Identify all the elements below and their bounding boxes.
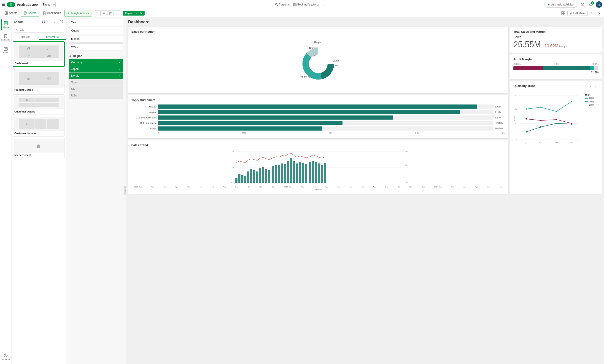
user-avatar[interactable]: TL bbox=[596, 1, 602, 8]
sheet-card-location[interactable]: Customer Location ⋯ bbox=[13, 116, 65, 136]
top-bar: ☰ Q Analytics app Sheet Personal Beginne… bbox=[0, 0, 604, 9]
help-button[interactable]: ? bbox=[579, 1, 586, 8]
svg-point-67 bbox=[69, 55, 71, 57]
axis-500k: 500k bbox=[242, 132, 246, 134]
region-item-germany[interactable]: Germany ✓ bbox=[69, 59, 123, 66]
dashboard-title: Dashboard bbox=[128, 20, 602, 24]
sheet-card-new[interactable]: My new sheet ⋯ bbox=[13, 138, 65, 158]
sheets-search-input[interactable] bbox=[14, 28, 64, 33]
bar-value-matradi: 1.73M bbox=[495, 105, 505, 108]
bar-label-matradi: Matradi bbox=[131, 105, 156, 108]
sheet-thumb-dashboard: #1 bbox=[14, 43, 63, 61]
sheet-menu-location[interactable]: ⋯ bbox=[60, 131, 63, 135]
profit-pos-label: 50.0% bbox=[592, 63, 599, 65]
hamburger-menu[interactable]: ☰ bbox=[2, 2, 5, 7]
sidebar-item-notes[interactable]: Notes bbox=[1, 45, 10, 56]
region-close-button[interactable]: ✕ bbox=[140, 12, 142, 15]
svg-point-142 bbox=[556, 119, 557, 120]
sheets-tab-my-own[interactable]: My own (5) bbox=[39, 34, 66, 40]
region-item-japan[interactable]: Japan ✓ bbox=[69, 66, 123, 73]
sidebar-item-key-drivers[interactable]: Key drivers bbox=[1, 351, 10, 362]
grid-view-icon[interactable] bbox=[41, 19, 46, 24]
bar-label-rfi: RFI Corporation bbox=[131, 122, 156, 124]
svg-rect-104 bbox=[281, 163, 283, 183]
filter-panel-collapse[interactable] bbox=[124, 186, 126, 195]
expand-svg bbox=[60, 20, 63, 23]
ask-insight-button[interactable]: ✦ Ask Insight Advisor bbox=[544, 2, 578, 8]
more-link[interactable]: ... bbox=[323, 3, 325, 6]
notifications-button[interactable]: 3 bbox=[588, 1, 594, 8]
svg-text:?: ? bbox=[582, 3, 583, 6]
sheet-name-customer: Customer Details bbox=[14, 109, 36, 113]
personal-link[interactable]: Personal bbox=[275, 3, 289, 6]
help-icon: ? bbox=[581, 3, 584, 6]
svg-text:Q4: Q4 bbox=[570, 142, 573, 144]
sheet-card-product[interactable]: Product Details ⋯ bbox=[13, 68, 65, 93]
expand-icon[interactable] bbox=[59, 19, 64, 24]
sidebar-item-bookmarks[interactable]: Bookmarks bbox=[1, 32, 10, 43]
filter-year[interactable]: Year bbox=[69, 19, 123, 26]
sort-icon[interactable] bbox=[53, 19, 58, 24]
svg-text:Q3: Q3 bbox=[555, 142, 558, 144]
svg-point-34 bbox=[5, 356, 6, 356]
svg-rect-10 bbox=[5, 13, 6, 14]
sidebar-item-sheets[interactable]: Sheets bbox=[1, 19, 10, 30]
tutorial-link[interactable]: Beginner's tutorial bbox=[293, 3, 319, 6]
sales-trend-x-title: YearMonth bbox=[134, 188, 503, 191]
sheet-card-customer[interactable]: Customer Details ⋯ bbox=[13, 95, 65, 115]
svg-rect-111 bbox=[302, 163, 304, 183]
sheet-card-header-customer: Customer Details ⋯ bbox=[14, 109, 63, 113]
sheet-card-header-new: My new sheet ⋯ bbox=[14, 153, 63, 156]
chevron-left-button[interactable] bbox=[589, 10, 595, 16]
assets-tab[interactable]: Assets bbox=[2, 10, 20, 16]
bookmarks-tab[interactable]: Bookmarks bbox=[40, 10, 63, 16]
dashboard-grid: Sales per Region Region Japan Nordic Ger… bbox=[128, 27, 602, 194]
region-item-uk[interactable]: UK bbox=[69, 86, 123, 92]
sidebar-key-drivers-icon bbox=[4, 353, 8, 357]
layout-icon[interactable] bbox=[108, 10, 113, 16]
trend-expand-icon[interactable]: ⤢ bbox=[588, 84, 592, 89]
region-item-spain[interactable]: Spain bbox=[69, 79, 123, 86]
sheet-menu-new[interactable]: ⋯ bbox=[60, 153, 63, 156]
sheets-tab[interactable]: Sheets bbox=[21, 10, 39, 16]
sheet-thumb-product bbox=[14, 69, 63, 87]
edit-sheet-button[interactable]: Edit sheet bbox=[567, 11, 588, 16]
undo-icon[interactable] bbox=[114, 10, 120, 16]
svg-point-58 bbox=[26, 99, 27, 100]
grid-layout-button[interactable] bbox=[560, 10, 566, 16]
sheet-menu-customer[interactable]: ⋯ bbox=[60, 109, 63, 113]
svg-rect-38 bbox=[44, 22, 45, 23]
filter-week[interactable]: Week bbox=[69, 43, 123, 51]
sheet-card-dashboard[interactable]: #1 Dashboard ⋯ bbox=[13, 41, 65, 67]
filter-quarter[interactable]: Quarter bbox=[69, 27, 123, 34]
region-filter-pill[interactable]: Region 3 of 6 ✕ bbox=[123, 11, 144, 15]
trend-more-icon[interactable]: ⋯ bbox=[593, 84, 599, 89]
sheet-selector[interactable]: Sheet bbox=[39, 2, 56, 7]
sheet-thumb-customer bbox=[14, 96, 63, 109]
selections-bar-icon[interactable] bbox=[101, 10, 107, 16]
bar-row-rfi: RFI Corporation 999.83k bbox=[131, 121, 505, 125]
chevron-right-button[interactable] bbox=[596, 10, 602, 16]
svg-rect-47 bbox=[48, 55, 49, 57]
top-bar-left: ☰ Q Analytics app Sheet bbox=[2, 2, 56, 7]
sheet-menu-product[interactable]: ⋯ bbox=[60, 87, 63, 91]
sheet-menu-dashboard[interactable]: ⋯ bbox=[60, 61, 63, 65]
svg-point-141 bbox=[540, 120, 541, 121]
svg-text:Q1: Q1 bbox=[525, 142, 528, 144]
sheet-name-product: Product Details bbox=[14, 88, 33, 91]
insight-advisor-tab[interactable]: ✦ Insight Advisor bbox=[64, 10, 92, 16]
sort-svg bbox=[54, 20, 57, 23]
region-item-nordic[interactable]: Nordic ✓ bbox=[69, 73, 123, 79]
svg-text:Q2: Q2 bbox=[540, 142, 542, 144]
region-item-usa[interactable]: USA bbox=[69, 92, 123, 99]
sheets-tab-public[interactable]: Public (0) bbox=[12, 34, 39, 40]
svg-rect-61 bbox=[36, 106, 40, 106]
top5-customers-card: Top 5 Customers Matradi 1.73M Vanstar 1.… bbox=[128, 95, 508, 138]
filter-month[interactable]: Month bbox=[69, 35, 123, 43]
svg-rect-94 bbox=[250, 169, 252, 183]
smart-search-icon[interactable] bbox=[95, 10, 101, 16]
sheet-thumb-location bbox=[14, 117, 63, 131]
list-view-icon[interactable] bbox=[47, 19, 52, 24]
grid-icon bbox=[561, 12, 565, 15]
svg-rect-89 bbox=[235, 178, 238, 183]
